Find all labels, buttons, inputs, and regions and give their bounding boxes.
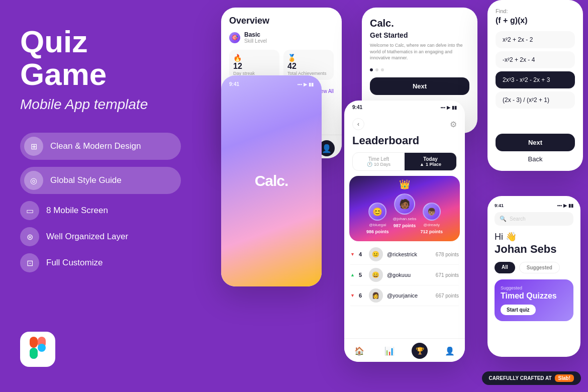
avatar-3rd: 👦🏽 — [423, 203, 441, 221]
get-started-next-button[interactable]: Next — [370, 77, 469, 95]
filter-suggested[interactable]: Suggested — [519, 262, 560, 273]
start-quiz-button[interactable]: Start quiz — [501, 305, 536, 315]
avatar-5: 😄 — [369, 268, 383, 282]
phone2-status-icons: ▪▪▪ ▶ ▮▮ — [297, 82, 314, 87]
achievements-value: 42 — [287, 62, 330, 71]
name-5: @gokuuu — [387, 272, 432, 278]
dot-inactive-1 — [375, 68, 378, 71]
feature-global-style: ◎ Global Style Guide — [20, 167, 181, 194]
option-4[interactable]: (2x - 3) / (x²2 + 1) — [496, 91, 575, 109]
p4-status-bar: 9:41 ▪▪▪▶▮▮ — [344, 101, 465, 112]
tab-today[interactable]: Today ▲ 1 Place — [405, 153, 456, 170]
nav4-home-icon[interactable]: 🏠 — [351, 343, 367, 359]
option-3[interactable]: 2x³3 - x²2 - 2x + 3 — [496, 71, 575, 88]
player-points-1st: 987 points — [394, 223, 416, 228]
svg-rect-4 — [30, 348, 38, 359]
feature-icon-global: ◎ — [24, 171, 43, 190]
slab-badge: Slab! — [555, 374, 574, 382]
feature-organized-layer: ⊛ Well Organized Layer — [20, 227, 181, 246]
search-bar[interactable]: 🔍 Search — [495, 212, 573, 226]
p6-time: 9:41 — [495, 203, 504, 208]
feature-clean-modern: ⊞ Clean & Modern Design — [20, 133, 181, 160]
rank-arrow-6: ▼ — [350, 293, 355, 298]
filter-all[interactable]: All — [495, 262, 515, 273]
crafted-text: CAREFULLY CRAFTED AT — [489, 375, 552, 381]
quiz-back-button[interactable]: Back — [496, 155, 575, 163]
svg-point-3 — [38, 344, 46, 352]
equation: (f + g)(x) — [496, 16, 575, 25]
nav4-chart-icon[interactable]: 📊 — [381, 343, 398, 359]
leaderboard-tabs: Time Left 🕐 10 Days Today ▲ 1 Place — [352, 152, 457, 171]
overview-title: Overview — [229, 16, 334, 26]
feature-mobile-screen: ▭ 8 Mobile Screen — [20, 201, 181, 220]
find-label: Find: — [496, 8, 575, 14]
skill-name: Basic — [244, 31, 267, 38]
quiz-buttons: Next Back — [496, 134, 575, 163]
rank-6: 6 — [359, 292, 365, 299]
phone-calc-splash: 9:41 ▪▪▪ ▶ ▮▮ Calc. — [221, 75, 322, 286]
podium-player-2nd: 😊 @bluegal 986 points — [366, 203, 389, 234]
feature-label-global: Global Style Guide — [50, 175, 122, 185]
figma-logo-icon — [30, 337, 46, 362]
phone2-time: 9:41 — [229, 81, 239, 87]
search-icon: 🔍 — [500, 216, 507, 222]
p4-settings-icon[interactable]: ⚙ — [450, 120, 457, 129]
p6-status-icons: ▪▪▪▶▮▮ — [557, 203, 573, 208]
player-name-1st: @johan.sebs — [393, 217, 417, 221]
feature-icon-clean: ⊞ — [24, 137, 43, 156]
p4-time: 9:41 — [352, 105, 362, 110]
suggested-card: Suggested Timed Quizzes Start quiz — [495, 279, 573, 321]
phone-home: 9:41 ▪▪▪▶▮▮ 🔍 Search Hi 👋 Johan Sebs All… — [487, 196, 580, 357]
option-1[interactable]: x²2 + 2x - 2 — [496, 31, 575, 48]
nav4-profile-icon[interactable]: 👤 — [442, 343, 458, 359]
feature-label-customize: Full Customize — [46, 258, 103, 268]
list-item: ▼ 4 😐 @rickestrick 678 points — [350, 244, 459, 265]
skill-icon: 🎯 — [229, 32, 240, 43]
avatar-4: 😐 — [369, 247, 383, 261]
points-6: 667 points — [436, 293, 459, 299]
calc-brand-logo: Calc. — [255, 172, 288, 189]
crown-icon: 👑 — [399, 179, 410, 190]
p3-brand: Calc. — [370, 18, 469, 29]
phone2-status-bar: 9:41 ▪▪▪ ▶ ▮▮ — [229, 81, 314, 87]
app-title: Quiz Game — [20, 25, 181, 90]
dot-inactive-2 — [381, 68, 384, 71]
podium-area: 👑 😊 @bluegal 986 points 🧑🏾 @johan.sebs 9… — [349, 176, 460, 241]
phone-leaderboard: 9:41 ▪▪▪▶▮▮ ‹ ⚙ Leaderboard Time Left 🕐 … — [344, 101, 465, 362]
rank-arrow-4: ▼ — [350, 252, 355, 257]
player-points-3rd: 712 points — [420, 229, 443, 234]
p4-back-button[interactable]: ‹ — [352, 118, 364, 130]
name-6: @yourjanice — [387, 292, 432, 299]
feature-label-layer: Well Organized Layer — [46, 232, 128, 242]
phones-area: Overview 🎯 Basic Skill Level 🔥 12 Day st… — [191, 0, 588, 392]
podium-player-1st: 🧑🏾 @johan.sebs 987 points — [393, 193, 417, 228]
avatar-2nd: 😊 — [368, 203, 386, 221]
p3-description: Welcome to Calc, where we can delve into… — [370, 42, 469, 61]
nav4-trophy-icon[interactable]: 🏆 — [412, 343, 428, 359]
tab-time-left[interactable]: Time Left 🕐 10 Days — [353, 153, 405, 170]
figma-badge — [20, 332, 55, 367]
player-points-2nd: 986 points — [366, 229, 389, 234]
phone-math-quiz: Find: (f + g)(x) x²2 + 2x - 2 -x²2 + 2x … — [487, 0, 583, 171]
feature-label-clean: Clean & Modern Design — [50, 141, 141, 151]
arrow-up-icon: ▲ — [420, 162, 424, 167]
svg-rect-0 — [30, 337, 38, 348]
list-item: ▼ 6 👩 @yourjanice 667 points — [350, 285, 459, 306]
podium-player-3rd: 👦🏽 @dready 712 points — [420, 203, 443, 234]
crafted-badge: CAREFULLY CRAFTED AT Slab! — [482, 371, 581, 385]
feature-icon-customize: ⊡ — [20, 253, 39, 272]
option-2[interactable]: -x²2 + 2x - 4 — [496, 51, 575, 68]
left-panel: Quiz Game Mobile App template ⊞ Clean & … — [0, 0, 201, 392]
dot-active — [370, 68, 373, 71]
feature-customize: ⊡ Full Customize — [20, 253, 181, 272]
clock-icon: 🕐 — [367, 162, 372, 167]
leaderboard-list: ▼ 4 😐 @rickestrick 678 points ▲ 5 😄 @gok… — [344, 241, 465, 338]
feature-icon-layer: ⊛ — [20, 227, 39, 246]
p3-get-started-title: Get Started — [370, 31, 469, 39]
app-subtitle: Mobile App template — [20, 96, 181, 113]
feature-icon-mobile: ▭ — [20, 201, 39, 220]
skill-level: Skill Level — [244, 38, 267, 44]
quiz-next-button[interactable]: Next — [496, 134, 575, 151]
p4-header: ‹ ⚙ — [344, 112, 465, 134]
list-item: ▲ 5 😄 @gokuuu 671 points — [350, 265, 459, 285]
